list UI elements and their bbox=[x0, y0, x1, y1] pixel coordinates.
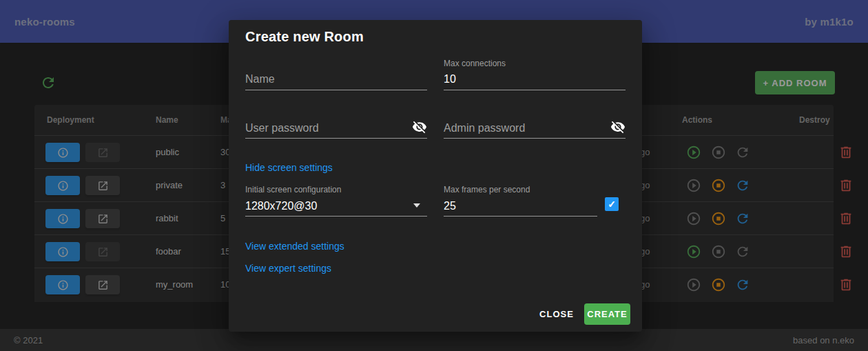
create-room-dialog: Create new Room Max connections Hide scr… bbox=[229, 20, 642, 332]
view-expert-settings-link[interactable]: View expert settings bbox=[245, 263, 331, 274]
admin-password-input[interactable] bbox=[444, 120, 606, 137]
eye-off-icon bbox=[610, 119, 626, 134]
create-button[interactable]: CREATE bbox=[584, 303, 630, 325]
input-underline bbox=[245, 216, 427, 217]
screen-config-select[interactable]: 1280x720@30 bbox=[245, 198, 317, 214]
screen-config-label: Initial screen configuration bbox=[245, 185, 341, 194]
view-extended-settings-link[interactable]: View extended settings bbox=[245, 241, 344, 252]
close-button[interactable]: CLOSE bbox=[535, 303, 579, 325]
input-underline bbox=[245, 90, 427, 90]
dialog-title: Create new Room bbox=[245, 29, 364, 45]
toggle-user-password-visibility-button[interactable] bbox=[412, 119, 427, 134]
toggle-admin-password-visibility-button[interactable] bbox=[610, 119, 626, 134]
max-fps-label: Max frames per second bbox=[444, 185, 530, 194]
max-connections-label: Max connections bbox=[444, 59, 506, 68]
chevron-down-icon[interactable] bbox=[413, 203, 420, 208]
input-underline bbox=[444, 90, 626, 90]
input-underline bbox=[245, 138, 427, 139]
user-password-input[interactable] bbox=[245, 120, 408, 137]
app-root: neko-rooms by m1k1o + ADD ROOM Deploymen… bbox=[0, 0, 868, 351]
room-name-input[interactable] bbox=[245, 71, 409, 88]
input-underline bbox=[444, 216, 597, 217]
input-underline bbox=[444, 138, 626, 139]
eye-off-icon bbox=[412, 119, 427, 134]
max-connections-input[interactable] bbox=[444, 71, 608, 88]
max-fps-checkbox[interactable]: ✓ bbox=[605, 197, 619, 211]
max-fps-input[interactable] bbox=[444, 198, 581, 214]
hide-screen-settings-link[interactable]: Hide screen settings bbox=[245, 162, 333, 173]
